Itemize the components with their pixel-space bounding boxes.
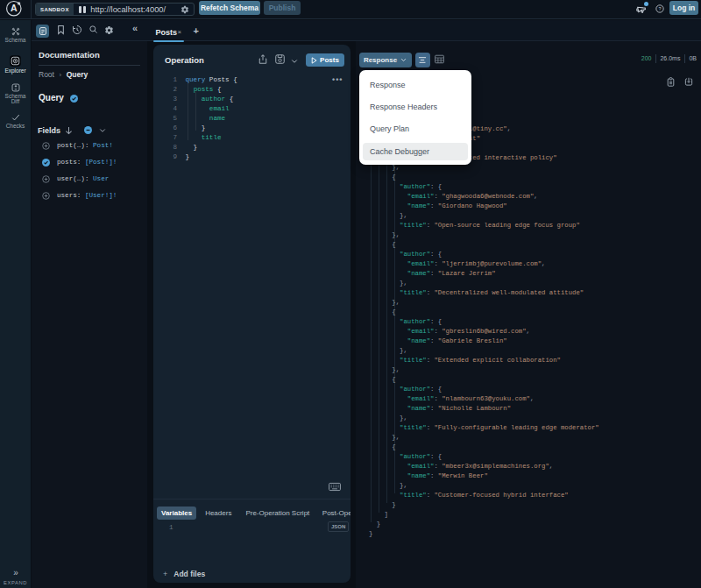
svg-text:?: ? (658, 6, 661, 11)
svg-text:A: A (11, 3, 18, 13)
